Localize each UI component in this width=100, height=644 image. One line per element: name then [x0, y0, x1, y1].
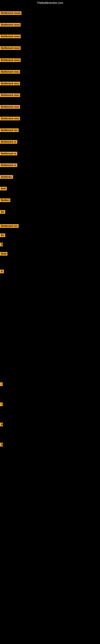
bottleneck-badge-16: Bottlen	[0, 198, 10, 202]
bottleneck-badge-10: Bottleneck res	[0, 128, 19, 132]
bottleneck-badge-1: Bottleneck resul	[0, 23, 21, 26]
bottleneck-badge-5: Bottleneck resu	[0, 70, 20, 74]
bottleneck-badge-8: Bottleneck resu	[0, 105, 20, 109]
bottleneck-badge-12: Bottleneck re	[0, 152, 17, 155]
bottleneck-badge-19: Bo	[0, 234, 5, 237]
bottleneck-badge-9: Bottleneck resu	[0, 117, 20, 120]
bottleneck-badge-24: l	[0, 402, 2, 406]
bottleneck-badge-17: Bo	[0, 210, 5, 214]
bottleneck-badge-4: Bottleneck resul	[0, 58, 21, 62]
bottleneck-badge-18: Bottleneck res	[0, 224, 19, 228]
bottleneck-badge-22: B	[0, 270, 4, 273]
bottleneck-badge-7: Bottleneck resu	[0, 94, 20, 97]
bottleneck-badge-2: Bottleneck resul	[0, 34, 21, 38]
bottleneck-badge-21: Bottl	[0, 252, 7, 256]
bottleneck-badge-20: B	[0, 243, 3, 246]
bottleneck-badge-0: Bottleneck result	[0, 11, 21, 15]
bottleneck-badge-14: Bottlenec	[0, 175, 13, 179]
bottleneck-badge-15: Bott	[0, 187, 7, 190]
bottleneck-badge-23: l	[0, 382, 2, 386]
bottleneck-badge-26: B	[0, 443, 3, 446]
bottleneck-badge-13: Bottleneck re	[0, 164, 17, 167]
bottleneck-badge-25: B	[0, 422, 3, 426]
site-title: TheBottlenecker.com	[0, 0, 100, 6]
bottleneck-badge-3: Bottleneck resul	[0, 46, 21, 50]
bottleneck-badge-6: Bottleneck resu	[0, 82, 20, 85]
bottleneck-badge-11: Bottleneck re	[0, 140, 17, 144]
